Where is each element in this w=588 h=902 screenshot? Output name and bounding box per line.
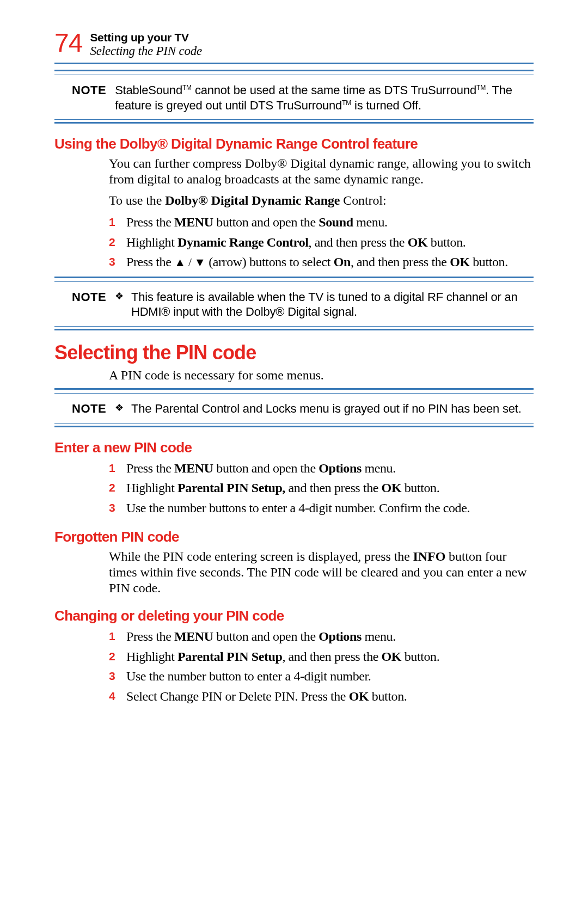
- rule: [54, 393, 534, 394]
- step: 1 Press the MENU button and open the Opt…: [109, 459, 534, 477]
- step-body: Use the number buttons to enter a 4-digi…: [126, 499, 534, 517]
- page-number: 74: [54, 30, 82, 56]
- pin-intro: A PIN code is necessary for some menus.: [109, 367, 534, 383]
- note-rules-bottom: [54, 326, 534, 330]
- note-stablesound: NOTE StableSoundTM cannot be used at the…: [72, 83, 534, 113]
- text: Highlight: [126, 649, 177, 664]
- rule: [54, 388, 534, 390]
- heading-dolby: Using the Dolby® Digital Dynamic Range C…: [54, 136, 534, 152]
- header-titles: Setting up your TV Selecting the PIN cod…: [90, 30, 202, 58]
- text: Select Change PIN or Delete PIN. Press t…: [126, 689, 349, 703]
- text: , and then press the: [351, 255, 450, 269]
- text: button and open the: [213, 461, 319, 475]
- text-bold: MENU: [174, 629, 213, 643]
- rule: [54, 326, 534, 327]
- text-bold: OK: [408, 235, 428, 249]
- text: button.: [401, 481, 439, 495]
- text-bold: Dolby® Digital Dynamic Range: [165, 193, 340, 207]
- note-rules-bottom: [54, 423, 534, 427]
- tm: TM: [182, 84, 192, 91]
- section-title-header: Selecting the PIN code: [90, 44, 202, 58]
- step-number: 3: [109, 667, 117, 685]
- tm: TM: [476, 84, 486, 91]
- step: 1 Press the MENU button and open the Opt…: [109, 628, 534, 645]
- chapter-title: Setting up your TV: [90, 31, 202, 44]
- rule: [54, 75, 534, 75]
- text: StableSound: [115, 83, 182, 97]
- step-body: Press the MENU button and open the Optio…: [126, 459, 534, 477]
- rule: [54, 423, 534, 424]
- text: button.: [427, 235, 465, 249]
- text: This feature is available when the TV is…: [131, 290, 534, 320]
- text: menu.: [362, 461, 396, 475]
- step: 2 Highlight Parental PIN Setup, and then…: [109, 648, 534, 665]
- step: 2 Highlight Dynamic Range Control, and t…: [109, 234, 534, 251]
- text: , and then press the: [282, 649, 381, 664]
- step-body: Use the number button to enter a 4-digit…: [126, 667, 534, 685]
- manual-page: 74 Setting up your TV Selecting the PIN …: [0, 0, 588, 743]
- heading-pin: Selecting the PIN code: [54, 341, 534, 364]
- heading-enter-pin: Enter a new PIN code: [54, 439, 534, 456]
- step: 3 Use the number button to enter a 4-dig…: [109, 667, 534, 685]
- header-rule: [54, 63, 534, 64]
- text-bold: Parental PIN Setup,: [177, 481, 285, 495]
- text: Press the: [126, 255, 174, 269]
- text: Highlight: [126, 235, 177, 249]
- text: Highlight: [126, 481, 177, 495]
- rule: [54, 281, 534, 282]
- text-bold: Options: [318, 461, 362, 475]
- text: To use the: [109, 193, 165, 207]
- note-label: NOTE: [72, 290, 106, 320]
- note-body: ❖ The Parental Control and Locks menu is…: [115, 401, 534, 416]
- text-bold: INFO: [413, 549, 446, 563]
- rule: [54, 122, 534, 124]
- step-number: 2: [109, 479, 117, 496]
- step-body: Press the MENU button and open the Optio…: [126, 628, 534, 645]
- text-bold: On: [334, 255, 351, 269]
- note-rules-bottom: [54, 119, 534, 124]
- note-rules-top: [54, 388, 534, 394]
- step: 3 Press the ▲ / ▼ (arrow) buttons to sel…: [109, 253, 534, 271]
- rule: [54, 119, 534, 120]
- note-body: StableSoundTM cannot be used at the same…: [115, 83, 534, 113]
- text-bold: Parental PIN Setup: [177, 649, 282, 664]
- change-pin-steps: 1 Press the MENU button and open the Opt…: [109, 628, 534, 705]
- step: 1 Press the MENU button and open the Sou…: [109, 213, 534, 231]
- text: button and open the: [213, 629, 319, 643]
- forgotten-pin-text: While the PIN code entering screen is di…: [109, 549, 534, 596]
- dolby-intro: You can further compress Dolby® Digital …: [109, 156, 534, 187]
- arrow-icons: ▲ / ▼: [174, 256, 206, 269]
- step-body: Press the MENU button and open the Sound…: [126, 213, 534, 231]
- text: , and then press the: [309, 235, 408, 249]
- text: menu.: [362, 629, 396, 643]
- text: The Parental Control and Locks menu is g…: [131, 401, 522, 416]
- step-number: 1: [109, 628, 117, 645]
- note-rules-top: [54, 70, 534, 75]
- page-header: 74 Setting up your TV Selecting the PIN …: [54, 30, 534, 58]
- note-parental-control: NOTE ❖ The Parental Control and Locks me…: [72, 401, 534, 416]
- rule: [54, 426, 534, 427]
- dolby-steps: 1 Press the MENU button and open the Sou…: [109, 213, 534, 271]
- bullet-icon: ❖: [115, 401, 124, 415]
- text: While the PIN code entering screen is di…: [109, 549, 413, 563]
- text-bold: OK: [382, 481, 402, 495]
- tm: TM: [342, 99, 351, 106]
- heading-forgotten-pin: Forgotten PIN code: [54, 529, 534, 545]
- step-body: Select Change PIN or Delete PIN. Press t…: [126, 688, 534, 705]
- note-body: ❖ This feature is available when the TV …: [115, 290, 534, 320]
- note-feature-availability: NOTE ❖ This feature is available when th…: [72, 290, 534, 320]
- text: button and open the: [213, 215, 319, 229]
- text: is turned Off.: [351, 99, 421, 112]
- rule: [54, 277, 534, 278]
- enter-pin-steps: 1 Press the MENU button and open the Opt…: [109, 459, 534, 517]
- step-number: 2: [109, 648, 117, 665]
- text-bold: OK: [450, 255, 470, 269]
- step: 4 Select Change PIN or Delete PIN. Press…: [109, 688, 534, 705]
- note-label: NOTE: [72, 83, 106, 113]
- text: and then press the: [285, 481, 382, 495]
- text-bold: Sound: [318, 215, 353, 229]
- text: (arrow) buttons to select: [206, 255, 334, 269]
- bullet-icon: ❖: [115, 290, 124, 303]
- step-body: Highlight Parental PIN Setup, and then p…: [126, 648, 534, 665]
- text-bold: OK: [349, 689, 369, 703]
